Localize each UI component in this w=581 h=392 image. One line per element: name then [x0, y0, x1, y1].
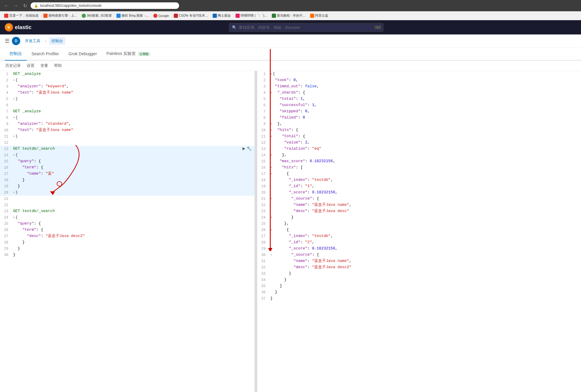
- result-line-9: 9 ▾ },: [257, 121, 581, 127]
- result-line-26: 26 ▾ {: [257, 227, 581, 233]
- run-query-icon[interactable]: ▶: [242, 146, 245, 152]
- variables-button[interactable]: 变量: [40, 62, 49, 69]
- editor-line-25: 25 "query": {: [0, 221, 255, 227]
- result-line-28: 28 "_id": "2",: [257, 239, 581, 246]
- lock-icon: 🔒: [34, 4, 38, 8]
- toolbar-row: 历史记录 设置 变量 帮助: [0, 61, 581, 71]
- bookmarks-bar: 百度一下，你就知道 搜狗搜索引擎 - 上... 360搜索, SO靠谱 微软 B…: [0, 11, 581, 20]
- result-line-25: 25 },: [257, 221, 581, 227]
- devtools-container: 控制台 Search Profiler Grok Debugger Painle…: [0, 48, 581, 392]
- result-line-19: 19 "_id": "1",: [257, 183, 581, 189]
- result-line-32: 32 "desc": "蓝盒子Java desc2": [257, 264, 581, 271]
- forward-button[interactable]: →: [12, 2, 20, 9]
- bookmark-juejin[interactable]: 稀土掘金: [211, 13, 233, 18]
- result-line-37: 37 }: [257, 295, 581, 302]
- result-line-24: 24 ▾ }: [257, 214, 581, 221]
- result-line-14: 14 ▾ },: [257, 152, 581, 158]
- bookmark-360[interactable]: 360搜索, SO靠谱: [80, 13, 113, 18]
- editor-line-19: 19 }: [0, 183, 255, 189]
- result-line-31: 31 "name": "蓝盒子Java name",: [257, 258, 581, 264]
- result-line-12: 12 "value": 2,: [257, 140, 581, 146]
- editor-line-7: 7 GET _analyze: [0, 108, 255, 115]
- editor-line-21: 21: [0, 196, 255, 202]
- breadcrumb-console[interactable]: 控制台: [49, 37, 65, 45]
- tab-search-profiler[interactable]: Search Profiler: [27, 48, 64, 60]
- result-line-13: 13 "relation": "eq": [257, 146, 581, 152]
- header-search-icon: 🔍: [232, 25, 237, 30]
- url-bar[interactable]: 🔒 localhost:5601/app/dev_tools#/console: [31, 2, 179, 9]
- header-search[interactable]: 🔍 ⌥/: [229, 23, 383, 32]
- code-editor[interactable]: 1 GET _analyze 2 ▾{ 3 "analyzer": "keywo…: [0, 71, 255, 392]
- bookmark-runoob-label: 菜鸟教程 - 学的不...: [277, 13, 305, 18]
- tab-painless-label: Painless 实验室: [106, 51, 136, 56]
- editor-pane: 1 GET _analyze 2 ▾{ 3 "analyzer": "keywo…: [0, 71, 255, 392]
- bookmark-bilibili[interactable]: 哔哩哔哩 (゜-゜)...: [234, 13, 269, 18]
- bookmark-aliyun-label: 阿里云盘: [315, 13, 328, 18]
- bookmark-bilibili-label: 哔哩哔哩 (゜-゜)...: [241, 13, 267, 18]
- bookmark-baidu[interactable]: 百度一下，你就知道: [2, 13, 40, 18]
- result-line-7: 7 "skipped": 0,: [257, 108, 581, 115]
- result-line-29: 29 "_score": 0.18232156,: [257, 246, 581, 252]
- bookmark-juejin-label: 稀土掘金: [218, 13, 231, 18]
- kibana-header: e elastic 🔍 ⌥/: [0, 20, 581, 34]
- result-line-22: 22 "name": "蓝盒子Java name",: [257, 202, 581, 208]
- bookmark-sogou[interactable]: 搜狗搜索引擎 - 上...: [42, 13, 79, 18]
- result-line-8: 8 "failed": 0: [257, 115, 581, 121]
- bookmark-bing-label: 微软 Bing 搜索 - ...: [121, 13, 149, 18]
- back-button[interactable]: ←: [3, 2, 10, 9]
- refresh-button[interactable]: ↻: [22, 2, 28, 9]
- wrench-icon[interactable]: 🔧: [247, 146, 252, 152]
- editor-line-13: 13 GET testdb/_search ▶ 🔧: [0, 146, 255, 152]
- browser-bar: ← → ↻ 🔒 localhost:5601/app/dev_tools#/co…: [0, 0, 581, 11]
- elastic-logo-icon: e: [5, 23, 13, 31]
- beta-badge: 公测版: [138, 52, 150, 56]
- result-line-35: 35 ]: [257, 283, 581, 289]
- tab-console[interactable]: 控制台: [5, 48, 27, 61]
- result-line-2: 2 "took": 0,: [257, 77, 581, 83]
- bookmark-google[interactable]: Google: [151, 13, 170, 18]
- editor-line-6: 6: [0, 102, 255, 108]
- settings-button[interactable]: 设置: [26, 62, 35, 69]
- history-button[interactable]: 历史记录: [5, 62, 21, 69]
- editor-line-26: 26 "term": {: [0, 227, 255, 233]
- editor-line-9: 9 "analyzer": "standard",: [0, 121, 255, 127]
- result-line-5: 5 "total": 1,: [257, 96, 581, 102]
- result-line-17: 17 ▾ {: [257, 171, 581, 177]
- slash-badge: ⌥/: [374, 26, 381, 29]
- bookmark-aliyun[interactable]: 阿里云盘: [308, 13, 330, 18]
- result-line-33: 33 }: [257, 271, 581, 277]
- result-line-34: 34 }: [257, 277, 581, 283]
- tab-grok-debugger[interactable]: Grok Debugger: [64, 48, 102, 60]
- help-button[interactable]: 帮助: [53, 62, 62, 69]
- bookmark-csdn[interactable]: CSDN-专业IT技术...: [172, 13, 210, 18]
- editor-line-11: 11 ▾}: [0, 133, 255, 140]
- result-line-10: 10 ▾ "hits": {: [257, 127, 581, 133]
- user-avatar[interactable]: D: [12, 37, 20, 45]
- tabs-row: 控制台 Search Profiler Grok Debugger Painle…: [0, 48, 581, 61]
- tab-painless[interactable]: Painless 实验室 公测版: [102, 48, 155, 61]
- editor-line-24: 24 ▾{: [0, 214, 255, 221]
- elastic-logo-text: elastic: [15, 24, 31, 31]
- result-line-15: 15 "max_score": 0.18232156,: [257, 158, 581, 165]
- editor-line-30: 30 }: [0, 252, 255, 258]
- editor-line-27: 27 "desc": "蓝盒子Java desc2": [0, 233, 255, 239]
- header-search-input[interactable]: [229, 23, 383, 32]
- breadcrumb-devtools[interactable]: 开发工具: [23, 37, 43, 45]
- editor-line-22: 22: [0, 202, 255, 208]
- editor-line-18: 18 }: [0, 177, 255, 183]
- result-line-4: 4 ▾ "_shards": {: [257, 90, 581, 96]
- bookmark-bing[interactable]: 微软 Bing 搜索 - ...: [115, 13, 150, 18]
- editor-line-16: 16 "term": {: [0, 165, 255, 171]
- editor-line-10: 10 "text": "蓝盒子Java name": [0, 127, 255, 133]
- editor-line-1: 1 GET _analyze: [0, 71, 255, 77]
- editor-line-17: 17 "name": "蓝": [0, 171, 255, 177]
- breadcrumb-separator: ›: [45, 39, 47, 43]
- result-line-11: 11 ▾ "total": {: [257, 133, 581, 140]
- hamburger-button[interactable]: ☰: [5, 38, 10, 44]
- editor-line-23: 23 GET testdb/_search: [0, 208, 255, 214]
- editor-line-29: 29 }: [0, 246, 255, 252]
- elastic-logo[interactable]: e elastic: [5, 23, 31, 31]
- bookmark-runoob[interactable]: 菜鸟教程 - 学的不...: [270, 13, 307, 18]
- editor-line-4: 4 "text": "蓝盒子Java name": [0, 90, 255, 96]
- result-pane[interactable]: 1 ▾{ 2 "took": 0, 3 "timed_out": false, …: [257, 71, 581, 392]
